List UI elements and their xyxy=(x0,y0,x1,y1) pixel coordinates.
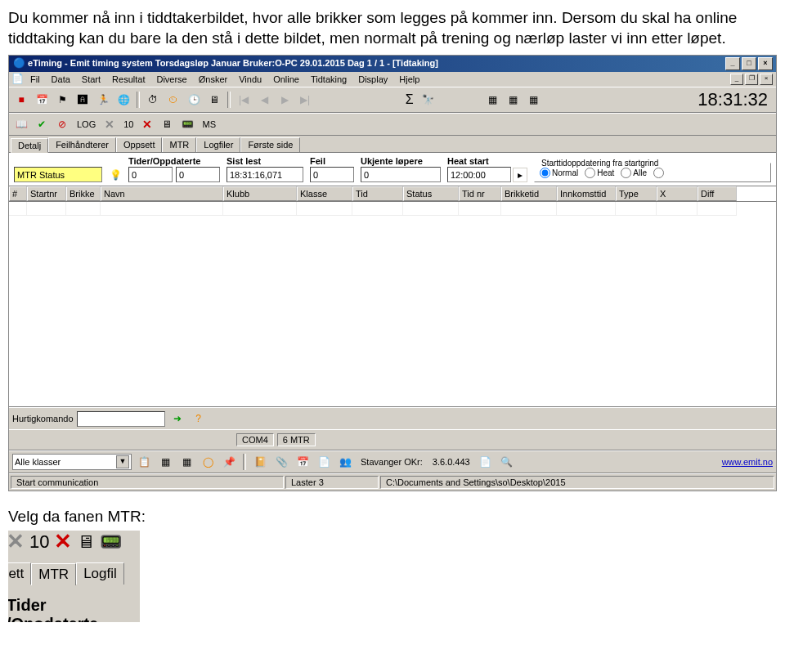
search-icon[interactable]: 🔍 xyxy=(498,453,516,471)
computer2-icon[interactable]: 🖥 xyxy=(158,115,176,133)
feil-input[interactable] xyxy=(310,167,354,182)
clip-icon[interactable]: 📎 xyxy=(272,453,290,471)
menu-fil[interactable]: Fil xyxy=(25,73,45,86)
tab-forsteside[interactable]: Første side xyxy=(240,137,300,152)
tab-feilhandterer[interactable]: Feilhåndterer xyxy=(48,137,116,152)
emit-link[interactable]: www.emit.no xyxy=(722,457,773,467)
nav-prev-icon[interactable]: ◀ xyxy=(255,91,273,109)
crop-x-grey-icon[interactable]: ✕ xyxy=(8,531,25,554)
grid2-icon[interactable]: ▦ xyxy=(505,91,523,109)
device-icon[interactable]: 📟 xyxy=(178,115,196,133)
ukjente-input[interactable] xyxy=(361,167,441,182)
mdi-minimize-button[interactable]: _ xyxy=(730,74,743,85)
x-red-icon[interactable]: ✕ xyxy=(139,118,155,131)
menu-tidtaking[interactable]: Tidtaking xyxy=(306,73,352,86)
heat-input[interactable] xyxy=(447,167,511,182)
col-tidnr[interactable]: Tid nr xyxy=(459,186,501,201)
grid-b-icon[interactable]: ▦ xyxy=(177,453,195,471)
menu-online[interactable]: Online xyxy=(268,73,304,86)
timer-icon[interactable]: ⏲ xyxy=(164,91,182,109)
nav-first-icon[interactable]: |◀ xyxy=(235,91,253,109)
crop-tab-oppsett[interactable]: ppsett xyxy=(8,562,31,585)
hurtig-input[interactable] xyxy=(77,411,165,427)
circle-icon[interactable]: ◯ xyxy=(199,453,217,471)
cal2-icon[interactable]: 📅 xyxy=(294,453,312,471)
mdi-restore-button[interactable]: ❐ xyxy=(745,74,758,85)
col-type[interactable]: Type xyxy=(616,186,657,201)
menu-diverse[interactable]: Diverse xyxy=(151,73,191,86)
menu-hjelp[interactable]: Hjelp xyxy=(394,73,424,86)
grid3-icon[interactable]: ▦ xyxy=(525,91,543,109)
crop-device-icon[interactable]: 📟 xyxy=(100,531,122,553)
people-icon[interactable]: 👥 xyxy=(336,453,354,471)
col-status[interactable]: Status xyxy=(403,186,459,201)
menu-resultat[interactable]: Resultat xyxy=(107,73,150,86)
book2-icon[interactable]: 📔 xyxy=(251,453,269,471)
page-icon[interactable]: 📄 xyxy=(315,453,333,471)
menu-vindu[interactable]: Vindu xyxy=(234,73,267,86)
crop-x-red-icon[interactable]: ✕ xyxy=(54,531,72,554)
col-tid[interactable]: Tid xyxy=(352,186,403,201)
page2-icon[interactable]: 📄 xyxy=(477,453,495,471)
grid-a-icon[interactable]: ▦ xyxy=(156,453,174,471)
help-icon[interactable]: ? xyxy=(190,410,208,428)
radio-blank[interactable] xyxy=(653,168,666,178)
crop-computer-icon[interactable]: 🖥 xyxy=(77,531,95,553)
col-x[interactable]: X xyxy=(657,186,698,201)
tider-input-1[interactable] xyxy=(128,167,173,182)
sistlest-input[interactable] xyxy=(227,167,303,182)
tab-oppsett[interactable]: Oppsett xyxy=(116,137,163,152)
stopwatch-icon[interactable]: ⏱ xyxy=(144,91,162,109)
maximize-button[interactable]: □ xyxy=(742,57,756,70)
record-icon[interactable]: ■ xyxy=(12,91,30,109)
globe-icon[interactable]: 🌐 xyxy=(114,91,132,109)
text-icon[interactable]: 🅰 xyxy=(74,91,92,109)
copy-icon[interactable]: 📋 xyxy=(135,453,153,471)
calendar-icon[interactable]: 📅 xyxy=(33,91,51,109)
klasser-combo[interactable]: Alle klasser▼ xyxy=(12,454,132,470)
runner-icon[interactable]: 🏃 xyxy=(94,91,112,109)
col-klubb[interactable]: Klubb xyxy=(223,186,297,201)
tab-logfiler[interactable]: Logfiler xyxy=(196,137,240,152)
close-button[interactable]: × xyxy=(758,57,773,70)
log-button[interactable]: LOG xyxy=(74,119,99,129)
grid1-icon[interactable]: ▦ xyxy=(484,91,502,109)
menu-data[interactable]: Data xyxy=(47,73,75,86)
col-brikketid[interactable]: Brikketid xyxy=(501,186,557,201)
radio-normal[interactable]: Normal xyxy=(540,168,578,178)
clock-icon[interactable]: 🕒 xyxy=(185,91,203,109)
tider-input-2[interactable] xyxy=(176,167,220,182)
crop-tab-mtr[interactable]: MTR xyxy=(31,563,76,585)
sigma-icon[interactable]: Σ xyxy=(402,92,417,107)
bulb-icon[interactable]: 💡 xyxy=(109,169,122,182)
col-innkomsttid[interactable]: Innkomsttid xyxy=(557,186,616,201)
check-icon[interactable]: ✔ xyxy=(33,115,51,133)
col-num[interactable]: # xyxy=(9,186,27,201)
go-icon[interactable]: ➜ xyxy=(168,410,186,428)
nav-last-icon[interactable]: ▶| xyxy=(296,91,314,109)
mdi-close-button[interactable]: × xyxy=(760,74,773,85)
tab-mtr[interactable]: MTR xyxy=(162,137,196,152)
ms-button[interactable]: MS xyxy=(199,119,219,129)
heat-button-icon[interactable]: ▸ xyxy=(513,168,527,182)
binoculars-icon[interactable]: 🔭 xyxy=(419,91,437,109)
book-icon[interactable]: 📖 xyxy=(12,115,30,133)
no-entry-icon[interactable]: ⊘ xyxy=(53,115,71,133)
menu-onsker[interactable]: Ønsker xyxy=(194,73,232,86)
pin-icon[interactable]: 📌 xyxy=(220,453,238,471)
col-brikke[interactable]: Brikke xyxy=(66,186,101,201)
grid-row-empty[interactable] xyxy=(9,202,776,216)
radio-alle[interactable]: Alle xyxy=(621,168,647,178)
computer-icon[interactable]: 🖥 xyxy=(205,91,223,109)
grid-body[interactable] xyxy=(9,202,776,407)
col-diff[interactable]: Diff xyxy=(698,186,737,201)
col-klasse[interactable]: Klasse xyxy=(297,186,352,201)
menu-start[interactable]: Start xyxy=(77,73,105,86)
x-grey-icon[interactable]: ✕ xyxy=(101,118,118,131)
col-startnr[interactable]: Startnr xyxy=(27,186,66,201)
minimize-button[interactable]: _ xyxy=(725,57,740,70)
flag-icon[interactable]: ⚑ xyxy=(53,91,71,109)
col-navn[interactable]: Navn xyxy=(101,186,223,201)
radio-heat[interactable]: Heat xyxy=(585,168,614,178)
crop-tab-logfil[interactable]: Logfil xyxy=(76,562,124,585)
